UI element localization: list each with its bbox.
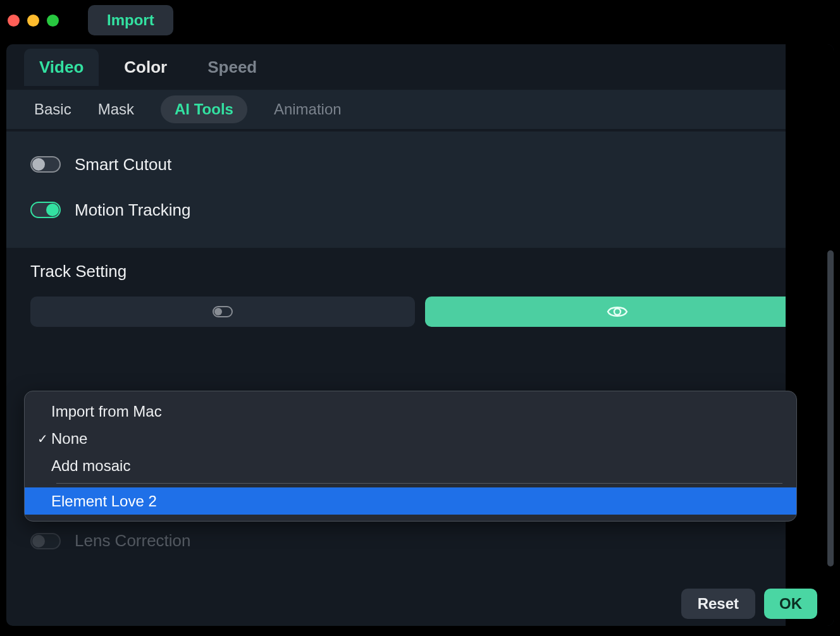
- tab-video[interactable]: Video: [24, 49, 99, 86]
- link-element-dropdown: Import from Mac ✓ None Add mosaic Elemen…: [24, 391, 797, 522]
- track-setting-title: Track Setting: [30, 262, 810, 281]
- tab-speed[interactable]: Speed: [192, 49, 272, 86]
- tab-color[interactable]: Color: [109, 49, 182, 86]
- ok-button[interactable]: OK: [764, 589, 817, 619]
- lens-correction-row: Lens Correction: [30, 531, 191, 551]
- svg-point-0: [614, 309, 621, 315]
- reset-button[interactable]: Reset: [681, 589, 755, 619]
- minimize-window-icon[interactable]: [27, 15, 39, 27]
- smart-cutout-toggle[interactable]: [30, 156, 61, 173]
- window-titlebar: Import: [0, 0, 840, 40]
- track-setting-block: Track Setting: [6, 248, 834, 333]
- close-window-icon[interactable]: [8, 15, 20, 27]
- motion-tracking-toggle[interactable]: [30, 202, 61, 218]
- mini-toggle-icon: [213, 306, 233, 317]
- dropdown-item-add-mosaic[interactable]: Add mosaic: [25, 452, 796, 479]
- subtab-basic[interactable]: Basic: [34, 101, 71, 118]
- dropdown-item-label: Add mosaic: [51, 457, 130, 475]
- smart-cutout-label: Smart Cutout: [75, 155, 171, 174]
- ai-tools-section: Smart Cutout Motion Tracking: [6, 131, 834, 248]
- import-button[interactable]: Import: [88, 5, 173, 35]
- dropdown-item-label: None: [51, 430, 87, 448]
- smart-cutout-row: Smart Cutout: [30, 142, 810, 187]
- track-setting-option-preview[interactable]: [425, 297, 810, 327]
- lens-correction-label: Lens Correction: [75, 531, 191, 551]
- panel-scrollbar[interactable]: [827, 250, 834, 566]
- check-icon: ✓: [34, 431, 51, 446]
- inspector-panel: Video Color Speed Basic Mask AI Tools An…: [6, 44, 834, 626]
- bottom-action-bar: Reset OK: [6, 582, 834, 626]
- secondary-tabs: Basic Mask AI Tools Animation: [6, 90, 834, 129]
- dropdown-item-none[interactable]: ✓ None: [25, 425, 796, 452]
- fullscreen-window-icon[interactable]: [47, 15, 59, 27]
- subtab-animation[interactable]: Animation: [274, 101, 342, 118]
- window-traffic-lights: [5, 15, 59, 27]
- dropdown-item-label: Import from Mac: [51, 403, 162, 420]
- dropdown-item-element-love-2[interactable]: Element Love 2: [25, 487, 796, 515]
- motion-tracking-row: Motion Tracking: [30, 187, 810, 233]
- primary-tabs: Video Color Speed: [6, 44, 834, 90]
- track-setting-option-off[interactable]: [30, 297, 415, 327]
- dropdown-separator: [56, 483, 782, 484]
- lens-correction-toggle[interactable]: [30, 533, 61, 549]
- track-setting-segmented: [30, 297, 810, 327]
- dropdown-item-import-from-mac[interactable]: Import from Mac: [25, 398, 796, 425]
- motion-tracking-label: Motion Tracking: [75, 200, 191, 220]
- right-gutter: [786, 44, 834, 626]
- dropdown-item-label: Element Love 2: [51, 492, 157, 510]
- eye-icon: [607, 304, 628, 319]
- subtab-ai-tools[interactable]: AI Tools: [161, 95, 247, 123]
- subtab-mask[interactable]: Mask: [98, 101, 134, 118]
